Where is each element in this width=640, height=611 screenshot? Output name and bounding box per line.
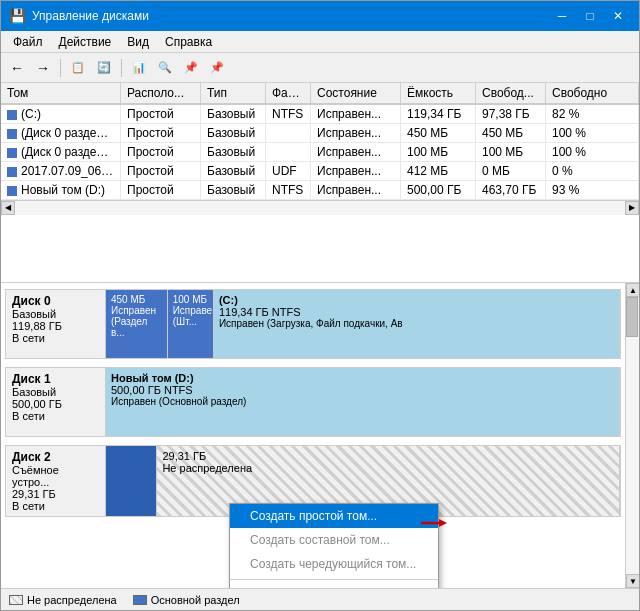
col-cap[interactable]: Ёмкость <box>401 83 476 103</box>
partition[interactable]: (C:)119,34 ГБ NTFSИсправен (Загрузка, Фа… <box>214 290 620 358</box>
cell-loc: Простой <box>121 143 201 161</box>
vscroll-down[interactable]: ▼ <box>626 574 639 588</box>
col-vol[interactable]: Том <box>1 83 121 103</box>
hscroll-right[interactable]: ▶ <box>625 201 639 215</box>
ctx-create-composite: Создать составной том... <box>230 528 438 552</box>
partition[interactable]: Новый том (D:)500,00 ГБ NTFSИсправен (Ос… <box>106 368 620 436</box>
table-row[interactable]: 2017.07.09_0659 (E:) Простой Базовый UDF… <box>1 162 639 181</box>
cell-type: Базовый <box>201 143 266 161</box>
cell-loc: Простой <box>121 105 201 123</box>
vscrollbar[interactable]: ▲ ▼ <box>625 283 639 588</box>
cell-loc: Простой <box>121 162 201 180</box>
menu-help[interactable]: Справка <box>157 33 220 50</box>
table-row[interactable]: (Диск 0 раздел 3) Простой Базовый Исправ… <box>1 143 639 162</box>
disk-row: Диск 1Базовый500,00 ГБВ сетиНовый том (D… <box>5 367 621 437</box>
table-row[interactable]: (C:) Простой Базовый NTFS Исправен... 11… <box>1 105 639 124</box>
table-row[interactable]: (Диск 0 раздел 2) Простой Базовый Исправ… <box>1 124 639 143</box>
cell-free: 0 МБ <box>476 162 546 180</box>
table-row[interactable]: Новый том (D:) Простой Базовый NTFS Испр… <box>1 181 639 200</box>
toolbar-btn-1[interactable]: 📋 <box>66 57 90 79</box>
cell-free: 450 МБ <box>476 124 546 142</box>
vscroll-thumb[interactable] <box>626 297 638 337</box>
toolbar-btn-6[interactable]: 📌 <box>205 57 229 79</box>
window-title: Управление дисками <box>32 9 149 23</box>
cell-status: Исправен... <box>311 105 401 123</box>
cell-type: Базовый <box>201 181 266 199</box>
cell-free: 100 МБ <box>476 143 546 161</box>
cell-free: 463,70 ГБ <box>476 181 546 199</box>
cell-status: Исправен... <box>311 181 401 199</box>
menu-file[interactable]: Файл <box>5 33 51 50</box>
cell-status: Исправен... <box>311 162 401 180</box>
title-bar-left: 💾 Управление дисками <box>9 8 149 24</box>
table-body: (C:) Простой Базовый NTFS Исправен... 11… <box>1 105 639 200</box>
cell-vol: Новый том (D:) <box>1 181 121 199</box>
cell-cap: 100 МБ <box>401 143 476 161</box>
ctx-properties[interactable]: Свойства <box>230 583 438 588</box>
toolbar: ← → 📋 🔄 📊 🔍 📌 📌 <box>1 53 639 83</box>
toolbar-btn-4[interactable]: 🔍 <box>153 57 177 79</box>
split-area: Том Располо... Тип Файл... Состояние Ёмк… <box>1 83 639 610</box>
cell-loc: Простой <box>121 181 201 199</box>
disk-table-section: Том Располо... Тип Файл... Состояние Ёмк… <box>1 83 639 283</box>
toolbar-btn-5[interactable]: 📌 <box>179 57 203 79</box>
menu-bar: Файл Действие Вид Справка <box>1 31 639 53</box>
hscroll-track[interactable] <box>15 201 625 215</box>
cell-fs <box>266 143 311 161</box>
maximize-button[interactable]: □ <box>577 6 603 26</box>
cell-freepct: 100 % <box>546 143 639 161</box>
minimize-button[interactable]: ─ <box>549 6 575 26</box>
col-free[interactable]: Свобод... <box>476 83 546 103</box>
toolbar-btn-3[interactable]: 📊 <box>127 57 151 79</box>
disk-label: Диск 2Съёмное устро...29,31 ГБВ сети <box>6 446 106 516</box>
back-button[interactable]: ← <box>5 57 29 79</box>
cell-vol: (Диск 0 раздел 3) <box>1 143 121 161</box>
cell-cap: 119,34 ГБ <box>401 105 476 123</box>
vscroll-track <box>626 297 639 574</box>
cell-freepct: 0 % <box>546 162 639 180</box>
ctx-create-simple[interactable]: Создать простой том... <box>230 504 438 528</box>
table-header: Том Располо... Тип Файл... Состояние Ёмк… <box>1 83 639 105</box>
menu-view[interactable]: Вид <box>119 33 157 50</box>
cell-cap: 450 МБ <box>401 124 476 142</box>
title-bar: 💾 Управление дисками ─ □ ✕ <box>1 1 639 31</box>
toolbar-btn-2[interactable]: 🔄 <box>92 57 116 79</box>
window-icon: 💾 <box>9 8 26 24</box>
vscroll-up[interactable]: ▲ <box>626 283 639 297</box>
cell-type: Базовый <box>201 162 266 180</box>
close-button[interactable]: ✕ <box>605 6 631 26</box>
legend-unalloc: Не распределена <box>9 594 117 606</box>
ctx-sep-1 <box>230 579 438 580</box>
cell-vol: 2017.07.09_0659 (E:) <box>1 162 121 180</box>
cell-cap: 500,00 ГБ <box>401 181 476 199</box>
cell-type: Базовый <box>201 105 266 123</box>
cell-vol: (C:) <box>1 105 121 123</box>
cell-status: Исправен... <box>311 124 401 142</box>
col-type[interactable]: Тип <box>201 83 266 103</box>
ctx-create-striped: Создать чередующийся том... <box>230 552 438 576</box>
cell-cap: 412 МБ <box>401 162 476 180</box>
cell-fs <box>266 124 311 142</box>
partition[interactable]: 450 МБИсправен (Раздел в... <box>106 290 168 358</box>
cell-freepct: 93 % <box>546 181 639 199</box>
hscroll-left[interactable]: ◀ <box>1 201 15 215</box>
hscrollbar[interactable]: ◀ ▶ <box>1 200 639 214</box>
col-fs[interactable]: Файл... <box>266 83 311 103</box>
disk-label: Диск 0Базовый119,88 ГБВ сети <box>6 290 106 358</box>
cell-free: 97,38 ГБ <box>476 105 546 123</box>
col-loc[interactable]: Располо... <box>121 83 201 103</box>
toolbar-sep-1 <box>60 59 61 77</box>
cell-fs: UDF <box>266 162 311 180</box>
cell-type: Базовый <box>201 124 266 142</box>
legend-primary-label: Основной раздел <box>151 594 240 606</box>
partition[interactable]: 100 МБИсправен (Шт... <box>168 290 214 358</box>
col-freepct[interactable]: Свободно <box>546 83 639 103</box>
menu-action[interactable]: Действие <box>51 33 120 50</box>
disk-partitions: Новый том (D:)500,00 ГБ NTFSИсправен (Ос… <box>106 368 620 436</box>
cell-loc: Простой <box>121 124 201 142</box>
legend-primary: Основной раздел <box>133 594 240 606</box>
partition[interactable] <box>106 446 157 516</box>
col-status[interactable]: Состояние <box>311 83 401 103</box>
forward-button[interactable]: → <box>31 57 55 79</box>
cell-fs: NTFS <box>266 181 311 199</box>
